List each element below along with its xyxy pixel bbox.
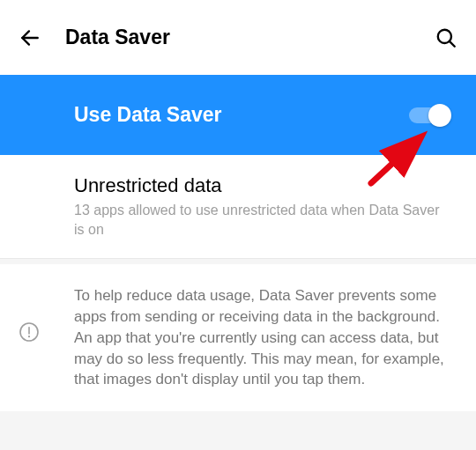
info-section: To help reduce data usage, Data Saver pr…	[0, 264, 476, 411]
page-title: Data Saver	[65, 26, 434, 49]
svg-line-2	[450, 41, 455, 46]
back-icon[interactable]	[18, 26, 42, 50]
use-data-saver-label: Use Data Saver	[74, 103, 222, 127]
header-bar: Data Saver	[0, 0, 476, 75]
info-text: To help reduce data usage, Data Saver pr…	[56, 285, 455, 390]
info-icon	[18, 321, 41, 343]
search-icon[interactable]	[434, 26, 458, 50]
use-data-saver-toggle[interactable]	[409, 104, 451, 127]
unrestricted-subtitle: 13 apps allowed to use unrestricted data…	[74, 201, 451, 239]
svg-point-5	[28, 336, 30, 337]
unrestricted-title: Unrestricted data	[74, 174, 451, 197]
use-data-saver-row[interactable]: Use Data Saver	[0, 75, 476, 155]
toggle-thumb	[428, 104, 451, 127]
unrestricted-data-row[interactable]: Unrestricted data 13 apps allowed to use…	[0, 155, 476, 259]
